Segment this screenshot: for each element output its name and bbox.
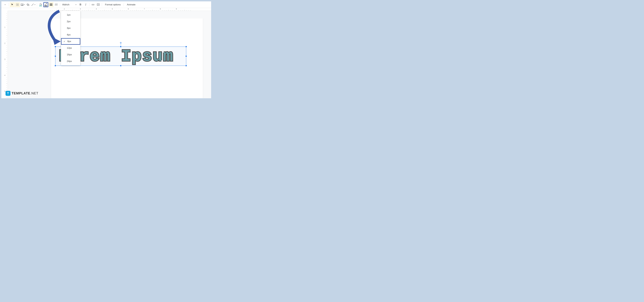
rotate-handle[interactable] [120,42,122,44]
resize-handle-br[interactable] [186,65,187,66]
border-weight-label: 12px [67,47,72,50]
watermark-icon-letter: T [7,92,9,95]
border-dash-tool[interactable] [54,2,59,7]
line-tool[interactable]: ▼ [31,2,36,7]
resize-handle-tl[interactable] [55,46,56,47]
link-icon [92,3,94,6]
border-weight-label: 24px [67,60,72,63]
fill-color-tool[interactable] [38,2,43,7]
watermark: T TEMPLATE.NET [6,91,38,96]
textbox-icon: T [16,3,19,6]
comment-icon [97,3,100,6]
separator [89,3,90,6]
cursor-icon [11,3,14,6]
border-weight-option[interactable]: 3px [61,25,80,32]
ruler-number: 9 [176,8,177,10]
watermark-text: TEMPLATE.NET [12,91,38,95]
bold-button[interactable]: B [78,2,83,7]
line-icon [31,3,34,6]
separator [102,3,102,6]
ruler-number: 4 [96,8,97,10]
border-dash-icon [55,4,58,6]
ruler-number: 3 [4,58,6,60]
ruler-number: 5 [4,90,6,92]
ruler-horizontal[interactable]: 23456789 [8,8,211,11]
bold-icon: B [80,3,82,6]
border-weight-menu: 1px2px3px4px✓8px12px16px24px [61,11,80,66]
insert-link-button[interactable] [90,2,96,7]
ruler-number: 8 [160,8,161,10]
italic-icon: I [85,3,86,6]
watermark-icon: T [6,91,10,96]
border-weight-label: 8px [67,40,71,43]
border-weight-option[interactable]: 2px [61,18,80,25]
border-weight-option[interactable]: 24px [61,58,80,64]
font-select[interactable]: Aldrich ▼ [61,2,78,7]
resize-handle-ml[interactable] [55,56,56,57]
format-options-button[interactable]: Format options [103,2,122,7]
font-name-label: Aldrich [62,3,70,6]
fill-icon [39,3,42,6]
ruler-vertical[interactable]: 12345 [2,11,8,98]
svg-line-6 [32,4,34,6]
select-tool[interactable] [10,2,15,7]
border-weight-option[interactable]: 16px [61,51,80,58]
pencil-icon [44,3,47,6]
border-weight-label: 4px [67,34,70,36]
chevron-down-icon: ▼ [34,4,36,6]
ruler-number: 2 [4,42,6,44]
resize-handle-tr[interactable] [186,46,187,47]
svg-text:T: T [17,4,18,6]
ruler-number: 5 [112,8,113,10]
border-weight-label: 2px [67,20,70,23]
resize-handle-mr[interactable] [186,56,187,57]
border-weight-label: 1px [67,14,70,16]
chevron-down-icon: ▼ [4,4,6,6]
app-frame: ▼ T ▼ ▼ [2,2,211,98]
border-weight-label: 16px [67,53,72,56]
svg-point-7 [41,4,42,5]
svg-marker-3 [21,4,23,5]
svg-rect-2 [21,4,23,6]
more-left-button[interactable]: ▼ [2,2,8,7]
border-weight-tool[interactable] [48,2,54,7]
border-color-tool[interactable] [43,2,48,7]
ruler-number: 3 [80,8,81,10]
ruler-number: 7 [144,8,145,10]
border-weight-icon [50,3,52,6]
border-weight-option[interactable]: 4px [61,32,80,38]
italic-button[interactable]: I [83,2,88,7]
resize-handle-bl[interactable] [55,65,56,66]
check-icon: ✓ [64,40,65,43]
animate-button[interactable]: Animate [125,2,137,7]
ruler-number: 4 [4,74,6,76]
insert-comment-button[interactable] [96,2,101,7]
shape-tool[interactable] [26,2,30,7]
ruler-number: 6 [128,8,129,10]
svg-rect-5 [28,4,29,6]
border-weight-option[interactable]: 12px [61,45,80,51]
textbox-tool[interactable]: T [15,2,20,7]
ruler-number: 1 [4,26,6,28]
toolbar: ▼ T ▼ ▼ [2,2,211,8]
ruler-number: 2 [64,8,65,10]
animate-label: Animate [127,3,135,6]
chevron-down-icon: ▼ [75,4,76,6]
image-icon [20,3,24,6]
border-weight-label: 3px [67,27,70,30]
border-weight-option[interactable]: 1px [61,12,80,18]
shape-icon [26,3,30,6]
image-tool[interactable]: ▼ [20,2,25,7]
canvas-area[interactable]: 12345 Lorem Ipsum [2,11,211,98]
format-options-label: Format options [105,3,120,6]
separator [8,3,9,6]
border-weight-option[interactable]: ✓8px [61,38,80,45]
separator [37,3,37,6]
chevron-down-icon: ▼ [24,4,25,6]
